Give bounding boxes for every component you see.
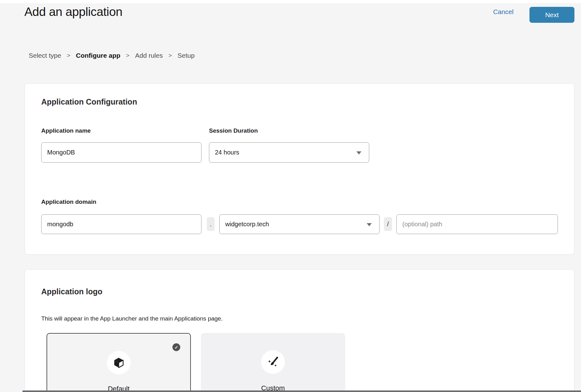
breadcrumb-step-add-rules[interactable]: Add rules xyxy=(135,52,163,59)
default-logo-circle xyxy=(107,351,131,375)
configuration-heading: Application Configuration xyxy=(41,97,137,106)
application-name-input[interactable] xyxy=(41,142,201,163)
session-duration-label: Session Duration xyxy=(209,127,258,134)
chevron-down-icon xyxy=(356,151,361,154)
application-name-label: Application name xyxy=(41,127,91,134)
breadcrumb-separator: > xyxy=(126,52,129,59)
cancel-button[interactable]: Cancel xyxy=(493,8,514,16)
domain-select[interactable]: widgetcorp.tech xyxy=(219,214,380,234)
next-button[interactable]: Next xyxy=(529,7,574,23)
logo-option-custom[interactable]: Custom xyxy=(201,333,345,392)
slash-separator: / xyxy=(384,217,392,231)
breadcrumb: Select type > Configure app > Add rules … xyxy=(29,52,195,59)
add-application-page: Add an application Cancel Next Select ty… xyxy=(0,0,581,392)
breadcrumb-step-select-type[interactable]: Select type xyxy=(29,52,61,59)
application-domain-label: Application domain xyxy=(41,198,96,205)
subdomain-input[interactable] xyxy=(41,214,201,234)
window-top-strip xyxy=(0,0,581,3)
paintbrush-icon xyxy=(267,356,279,368)
page-title: Add an application xyxy=(24,5,122,19)
chevron-down-icon xyxy=(367,223,372,226)
logo-description: This will appear in the App Launcher and… xyxy=(41,315,223,322)
session-duration-select[interactable]: 24 hours xyxy=(209,142,369,163)
logo-option-default[interactable]: ✓ Default xyxy=(47,333,191,392)
selected-check-icon: ✓ xyxy=(172,343,180,351)
dot-separator: . xyxy=(207,217,215,231)
breadcrumb-step-setup[interactable]: Setup xyxy=(177,52,195,59)
bottom-window-edge xyxy=(22,390,581,392)
application-logo-card: Application logo This will appear in the… xyxy=(25,269,574,392)
custom-logo-circle xyxy=(261,350,285,374)
application-configuration-card: Application Configuration Application na… xyxy=(25,83,574,255)
breadcrumb-step-configure-app[interactable]: Configure app xyxy=(76,52,120,59)
session-duration-value: 24 hours xyxy=(215,149,239,156)
breadcrumb-separator: > xyxy=(168,52,172,59)
cube-icon xyxy=(112,356,125,369)
logo-heading: Application logo xyxy=(41,287,102,296)
path-input[interactable] xyxy=(396,214,558,234)
domain-select-value: widgetcorp.tech xyxy=(225,221,269,228)
breadcrumb-separator: > xyxy=(67,52,70,59)
